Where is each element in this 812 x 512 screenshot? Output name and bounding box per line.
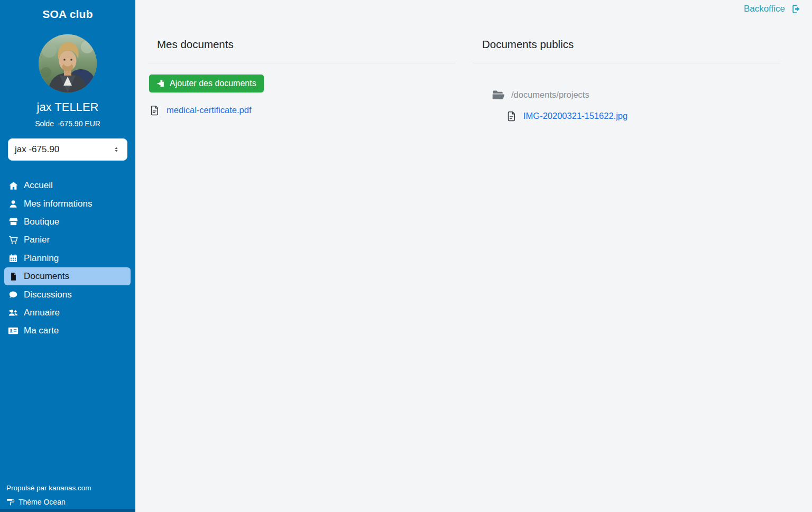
folder-row[interactable]: /documents/projects (492, 88, 780, 101)
sign-out-icon[interactable] (791, 4, 801, 14)
public-document-link[interactable]: IMG-20200321-151622.jpg (523, 111, 628, 121)
public-documents-section: Documents publics /documents/projects (473, 38, 780, 122)
sidebar-item-boutique[interactable]: Boutique (0, 213, 135, 231)
main-content: Backoffice Mes documents Ajouter (135, 0, 812, 512)
my-document-link[interactable]: medical-certificate.pdf (167, 105, 251, 115)
folder-path: /documents/projects (511, 90, 589, 100)
avatar (39, 34, 97, 92)
sidebar-bottom-strip (0, 509, 135, 512)
sidebar-item-label: Panier (24, 235, 50, 245)
club-title: SOA club (0, 0, 135, 21)
file-row: IMG-20200321-151622.jpg (506, 110, 780, 122)
calendar-icon (7, 254, 19, 263)
sidebar: SOA club j (0, 0, 135, 512)
sidebar-item-label: Documents (24, 271, 69, 282)
file-alt-icon (506, 110, 518, 122)
comment-icon (7, 290, 19, 300)
documents-columns: Mes documents Ajouter des documents (135, 0, 812, 122)
sidebar-item-mes-informations[interactable]: Mes informations (0, 194, 135, 212)
account-select[interactable]: jax -675.90 (8, 138, 127, 161)
sidebar-item-label: Planning (24, 253, 59, 264)
file-row: medical-certificate.pdf (149, 105, 455, 116)
user-icon (7, 199, 19, 209)
divider (473, 63, 780, 63)
my-documents-section: Mes documents Ajouter des documents (148, 38, 455, 122)
sidebar-item-panier[interactable]: Panier (0, 231, 135, 249)
file-alt-icon (149, 105, 161, 116)
sidebar-item-ma-carte[interactable]: Ma carte (0, 322, 135, 340)
powered-by-text: Propulsé par kananas.com (6, 484, 129, 492)
sidebar-item-planning[interactable]: Planning (0, 249, 135, 267)
divider (148, 63, 455, 63)
theme-label: Thème Ocean (19, 498, 66, 506)
sidebar-item-discussions[interactable]: Discussions (0, 285, 135, 303)
balance: Solde -675.90 EUR (0, 119, 135, 128)
up-down-chevron-icon (112, 145, 121, 154)
sidebar-item-label: Mes informations (24, 199, 92, 209)
store-icon (7, 217, 19, 227)
sidebar-item-label: Boutique (24, 217, 59, 227)
add-documents-button[interactable]: Ajouter des documents (149, 75, 264, 92)
sidebar-item-label: Annuaire (24, 308, 60, 318)
backoffice-label: Backoffice (744, 4, 785, 14)
sidebar-item-accueil[interactable]: Accueil (0, 176, 135, 194)
file-icon (7, 272, 19, 281)
my-documents-title: Mes documents (157, 38, 455, 51)
theme-row: Thème Ocean (6, 498, 129, 506)
users-icon (7, 308, 19, 318)
avatar-photo (39, 34, 97, 92)
sidebar-item-label: Discussions (24, 290, 72, 300)
cart-icon (7, 235, 19, 245)
balance-value: -675.90 EUR (58, 119, 100, 128)
id-card-icon (7, 325, 19, 336)
sidebar-nav: Accueil Mes informations Boutique (0, 176, 135, 340)
user-name: jax TELLER (0, 100, 135, 114)
paint-roller-icon (6, 498, 15, 506)
sidebar-item-label: Accueil (24, 180, 53, 191)
home-icon (7, 181, 19, 191)
public-documents-title: Documents publics (482, 38, 780, 51)
account-select-value: jax -675.90 (15, 144, 59, 155)
add-documents-label: Ajouter des documents (170, 79, 256, 88)
sidebar-item-label: Ma carte (24, 325, 59, 336)
file-import-icon (156, 79, 165, 88)
folder-open-icon (492, 88, 505, 101)
backoffice-link[interactable]: Backoffice (744, 4, 801, 14)
balance-label: Solde (35, 119, 54, 128)
sidebar-footer: Propulsé par kananas.com Thème Ocean (0, 484, 135, 506)
sidebar-item-documents[interactable]: Documents (4, 267, 131, 285)
sidebar-item-annuaire[interactable]: Annuaire (0, 304, 135, 322)
